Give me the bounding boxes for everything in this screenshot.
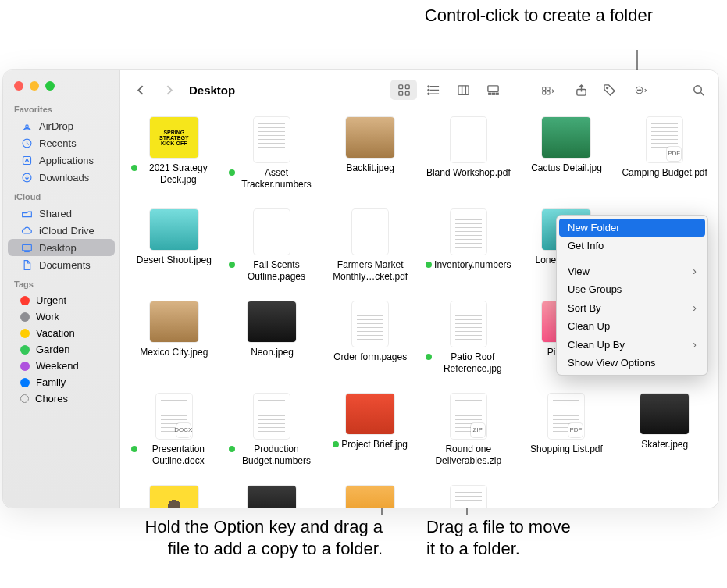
file-item[interactable]: ZIP [421,483,516,508]
callout-text: Hold the Option key and drag a [47,516,383,538]
file-thumbnail: SPRINGSTRATEGYKICK-OFF [150,117,198,158]
file-item[interactable] [323,483,418,508]
sidebar-item-label: Vacation [36,327,75,339]
file-item[interactable] [225,483,320,508]
sidebar: Favorites AirDropRecentsApplicationsDown… [3,70,120,508]
sidebar-item-label: iCloud Drive [39,225,94,237]
sidebar-item-label: Family [36,376,66,388]
file-item[interactable]: Cactus Detail.jpg [519,114,615,201]
sidebar-tag-garden[interactable]: Garden [8,341,115,358]
file-name: Presentation Outline.docx [140,444,217,467]
file-name: Order form.pages [333,351,407,363]
file-name: Backlit.jpeg [346,162,394,174]
sidebar-tag-vacation[interactable]: Vacation [8,325,115,341]
sidebar-item-label: Weekend [36,360,79,372]
gallery-view-button[interactable] [479,80,506,100]
menu-item-label: Sort By [568,302,601,314]
menu-item-view[interactable]: View [557,262,707,280]
file-item[interactable]: PDFShopping List.pdf [519,390,615,478]
callout-top: Control-click to create a folder [419,5,653,27]
sidebar-tag-family[interactable]: Family [8,374,115,390]
file-thumbnail [346,486,394,508]
sidebar-item-recents[interactable]: Recents [8,134,115,151]
sidebar-tag-chores[interactable]: Chores [8,390,115,407]
menu-item-show-view-options[interactable]: Show View Options [557,354,707,372]
iclouddrive-icon [20,224,33,237]
file-item[interactable]: Patio Roof Reference.jpg [421,298,516,386]
file-item[interactable]: Project Brief.jpg [323,390,418,478]
svg-point-15 [427,93,429,94]
share-button[interactable] [570,80,592,99]
file-thumbnail [346,394,394,434]
file-thumbnail [150,209,198,250]
search-button[interactable] [687,80,709,99]
sidebar-item-airdrop[interactable]: AirDrop [8,117,115,134]
file-name: Patio Roof Reference.jpg [434,351,511,375]
shared-icon [20,207,33,219]
minimize-button[interactable] [30,81,39,91]
file-item[interactable]: DOCXPresentation Outline.docx [127,390,222,478]
file-item[interactable]: ZIPRound one Deliverables.zip [421,390,516,478]
zoom-button[interactable] [45,81,55,91]
file-thumbnail [254,209,290,255]
menu-item-use-groups[interactable]: Use Groups [557,280,707,298]
icon-view-button[interactable] [390,80,417,100]
menu-item-get-info[interactable]: Get Info [557,237,707,255]
tags-button[interactable] [598,80,620,99]
sync-status-icon [426,262,432,268]
menu-item-clean-up-by[interactable]: Clean Up By [557,335,707,354]
desktop-icon [20,241,33,254]
file-item[interactable]: Fall Scents Outline.pages [225,206,320,294]
list-view-button[interactable] [420,80,447,100]
sidebar-item-shared[interactable]: Shared [8,205,115,222]
sidebar-item-downloads[interactable]: Downloads [8,169,115,186]
file-item[interactable]: Farmers Market Monthly…cket.pdf [323,206,418,294]
close-button[interactable] [14,81,23,91]
back-button[interactable] [130,80,151,99]
more-button[interactable] [626,80,656,99]
file-item[interactable]: SPRINGSTRATEGYKICK-OFF2021 Strategy Deck… [127,114,222,201]
file-name: Desert Shoot.jpeg [137,255,212,266]
file-thumbnail [346,117,394,158]
menu-item-label: Clean Up [568,320,610,332]
callout-bottom-left: Hold the Option key and drag a file to a… [47,516,383,559]
sidebar-tag-urgent[interactable]: Urgent [8,292,115,308]
tag-dot-icon [20,394,29,403]
file-item[interactable]: Desert Shoot.jpeg [127,206,222,294]
sidebar-item-label: Documents [39,259,91,271]
file-item[interactable]: Bland Workshop.pdf [421,114,516,201]
file-item[interactable]: Production Budget.numbers [225,390,320,478]
file-item[interactable]: Skater.jpeg [617,390,712,478]
file-item[interactable]: Neon.jpeg [225,298,320,386]
file-item [617,483,712,508]
menu-item-sort-by[interactable]: Sort By [557,298,707,317]
sidebar-item-applications[interactable]: Applications [8,151,115,169]
sidebar-tag-weekend[interactable]: Weekend [8,358,115,374]
file-thumbnail [254,117,290,162]
column-view-button[interactable] [450,80,476,100]
group-button[interactable] [533,80,564,99]
sidebar-item-iclouddrive[interactable]: iCloud Drive [8,222,115,239]
file-thumbnail [150,486,198,508]
file-item[interactable]: Asset Tracker.numbers [225,114,320,201]
svg-point-33 [693,85,700,92]
documents-icon [20,258,33,271]
menu-item-new-folder[interactable]: New Folder [559,219,705,237]
svg-line-34 [700,92,704,95]
file-item[interactable]: PDFCamping Budget.pdf [617,114,712,201]
file-item[interactable]: Order form.pages [323,298,418,386]
file-item[interactable] [127,483,222,508]
file-thumbnail [352,209,388,255]
sidebar-item-desktop[interactable]: Desktop [8,239,115,256]
sidebar-item-documents[interactable]: Documents [8,256,115,273]
menu-item-clean-up[interactable]: Clean Up [557,317,707,335]
svg-rect-19 [487,85,497,91]
svg-rect-6 [398,84,402,88]
forward-button[interactable] [158,80,180,99]
svg-point-32 [640,89,640,90]
svg-point-28 [606,87,608,88]
file-item[interactable]: Mexico City.jpeg [127,298,222,386]
file-item[interactable]: Backlit.jpeg [323,114,418,201]
file-item[interactable]: Inventory.numbers [421,206,516,294]
sidebar-tag-work[interactable]: Work [8,308,115,325]
